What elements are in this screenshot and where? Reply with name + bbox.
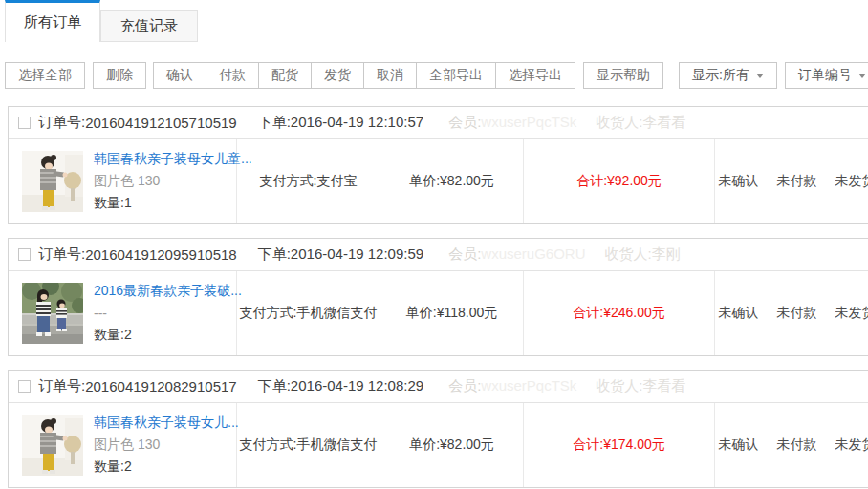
order-checkbox[interactable] — [18, 380, 31, 393]
status-unconfirmed: 未确认 — [719, 305, 759, 322]
product-link[interactable]: 韩国春秋亲子装母女儿童... — [94, 151, 252, 168]
product-quantity: 数量:1 — [94, 195, 252, 212]
product-image — [22, 151, 83, 212]
order-body: 韩国春秋亲子装母女儿童... 图片色 130 数量:1 支付方式:支付宝 单价:… — [9, 139, 868, 223]
confirm-button[interactable]: 确认 — [153, 62, 206, 89]
order-no-filter-label: 订单编号 — [798, 67, 852, 84]
cancel-button[interactable]: 取消 — [363, 62, 417, 89]
show-help-button[interactable]: 显示帮助 — [583, 62, 663, 89]
show-filter-label: 显示:所有 — [692, 67, 749, 84]
order-member: 会员:wxuseruG6ORU — [448, 245, 585, 264]
order-placed: 下单:2016-04-19 12:09:59 — [258, 245, 423, 264]
status-cell: 未确认 未付款 未发货 — [715, 403, 868, 487]
status-unconfirmed: 未确认 — [719, 173, 759, 190]
product-image — [22, 415, 83, 476]
product-variant: --- — [94, 306, 242, 321]
order-card: 订单号:2016041912082910517 下单:2016-04-19 12… — [8, 370, 868, 488]
order-receiver: 收货人:李看看 — [596, 377, 685, 395]
tab-all-orders[interactable]: 所有订单 — [5, 0, 100, 42]
order-no: 2016041912095910518 — [85, 246, 237, 263]
order-placed: 下单:2016-04-19 12:10:57 — [258, 114, 423, 132]
order-no-label: 订单号: — [38, 245, 85, 264]
status-unpaid: 未付款 — [777, 305, 817, 322]
export-all-button[interactable]: 全部导出 — [416, 62, 496, 89]
product-quantity: 数量:2 — [94, 458, 239, 476]
order-receiver: 收货人:李看看 — [596, 114, 685, 132]
status-unpaid: 未付款 — [777, 173, 817, 190]
order-no-filter-dropdown[interactable]: 订单编号 — [785, 62, 868, 89]
export-selected-button[interactable]: 选择导出 — [495, 62, 575, 89]
product-variant: 图片色 130 — [94, 173, 252, 190]
status-unconfirmed: 未确认 — [719, 436, 759, 454]
product-cell: 韩国春秋亲子装母女儿... 图片色 130 数量:2 — [9, 403, 237, 487]
order-header: 订单号:2016041912105710519 下单:2016-04-19 12… — [9, 107, 868, 139]
product-quantity: 数量:2 — [94, 327, 242, 344]
order-no-label: 订单号: — [38, 377, 85, 395]
order-header: 订单号:2016041912082910517 下单:2016-04-19 12… — [9, 371, 868, 403]
order-receiver: 收货人:李刚 — [605, 245, 681, 264]
status-unpaid: 未付款 — [777, 436, 817, 454]
order-placed: 下单:2016-04-19 12:08:29 — [258, 377, 423, 395]
order-total: 合计:¥246.00元 — [524, 271, 715, 355]
order-checkbox[interactable] — [18, 117, 31, 129]
order-no: 2016041912105710519 — [85, 115, 237, 131]
ship-button[interactable]: 发货 — [311, 62, 364, 89]
order-body: 2016最新春款亲子装破... --- 数量:2 支付方式:手机微信支付 单价:… — [9, 271, 868, 355]
order-card: 订单号:2016041912105710519 下单:2016-04-19 12… — [8, 106, 868, 224]
product-info: 韩国春秋亲子装母女儿... 图片色 130 数量:2 — [94, 414, 239, 477]
payment-method: 支付方式:手机微信支付 — [237, 403, 380, 487]
product-link[interactable]: 韩国春秋亲子装母女儿... — [94, 415, 239, 432]
product-info: 韩国春秋亲子装母女儿童... 图片色 130 数量:1 — [94, 150, 252, 213]
order-member: 会员:wxuserPqcTSk — [448, 114, 576, 132]
status-unshipped: 未发货 — [835, 436, 868, 454]
product-variant: 图片色 130 — [94, 436, 239, 454]
product-link[interactable]: 2016最新春款亲子装破... — [94, 283, 242, 300]
status-unshipped: 未发货 — [835, 173, 868, 190]
order-header: 订单号:2016041912095910518 下单:2016-04-19 12… — [9, 239, 868, 271]
tab-recharge-records[interactable]: 充值记录 — [100, 10, 198, 42]
product-info: 2016最新春款亲子装破... --- 数量:2 — [94, 282, 242, 345]
order-total: 合计:¥92.00元 — [524, 139, 715, 223]
order-action-group: 确认 付款 配货 发货 取消 全部导出 选择导出 — [154, 62, 575, 89]
unit-price: 单价:¥118.00元 — [380, 271, 524, 355]
order-card: 订单号:2016041912095910518 下单:2016-04-19 12… — [8, 238, 868, 356]
status-cell: 未确认 未付款 未发货 — [715, 271, 868, 355]
order-toolbar: 选择全部 删除 确认 付款 配货 发货 取消 全部导出 选择导出 显示帮助 显示… — [5, 62, 868, 89]
tab-bar: 所有订单 充值记录 — [0, 0, 868, 42]
pay-button[interactable]: 付款 — [206, 62, 259, 89]
unit-price: 单价:¥82.00元 — [380, 403, 524, 487]
order-body: 韩国春秋亲子装母女儿... 图片色 130 数量:2 支付方式:手机微信支付 单… — [9, 403, 868, 487]
order-member: 会员:wxuserPqcTSk — [448, 377, 576, 395]
chevron-down-icon — [756, 74, 764, 82]
payment-method: 支付方式:支付宝 — [237, 139, 380, 223]
status-cell: 未确认 未付款 未发货 — [715, 139, 868, 223]
chevron-down-icon — [858, 74, 866, 82]
select-all-button[interactable]: 选择全部 — [5, 62, 85, 89]
product-cell: 2016最新春款亲子装破... --- 数量:2 — [9, 271, 237, 355]
order-total: 合计:¥174.00元 — [524, 403, 715, 487]
payment-method: 支付方式:手机微信支付 — [237, 271, 380, 355]
order-no-label: 订单号: — [38, 114, 85, 132]
allocate-button[interactable]: 配货 — [258, 62, 312, 89]
product-image — [22, 283, 83, 344]
order-no: 2016041912082910517 — [85, 378, 237, 394]
unit-price: 单价:¥82.00元 — [380, 139, 524, 223]
delete-button[interactable]: 删除 — [93, 62, 146, 89]
toolbar-filters: 显示:所有 订单编号 — [671, 62, 868, 89]
show-filter-dropdown[interactable]: 显示:所有 — [679, 62, 777, 89]
order-checkbox[interactable] — [18, 248, 31, 261]
product-cell: 韩国春秋亲子装母女儿童... 图片色 130 数量:1 — [9, 139, 237, 223]
status-unshipped: 未发货 — [835, 305, 868, 322]
